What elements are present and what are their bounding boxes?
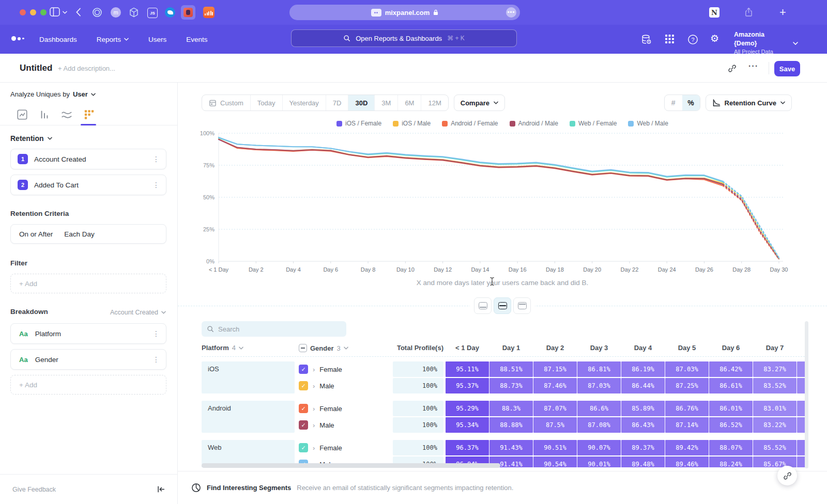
- expand-row-chevron-icon[interactable]: ›: [313, 366, 315, 373]
- step-event-name[interactable]: Account Created: [34, 155, 86, 163]
- table-search-input[interactable]: Search: [202, 321, 346, 337]
- extension-password-manager-icon[interactable]: [181, 5, 195, 20]
- retention-value-cell[interactable]: 86.52%: [709, 417, 753, 433]
- retention-value-cell[interactable]: 85.52%: [753, 440, 797, 455]
- split-view-button[interactable]: [494, 297, 511, 314]
- project-switcher[interactable]: Amazonia {Demo} All Project Data: [734, 30, 788, 55]
- retention-value-cell[interactable]: 86.81%: [577, 361, 621, 377]
- legend-item-ios-male[interactable]: iOS / Male: [393, 120, 431, 127]
- series-checkbox[interactable]: ✓: [299, 443, 308, 452]
- legend-item-web-male[interactable]: Web / Male: [628, 120, 668, 127]
- day-column-header[interactable]: Day 5: [665, 344, 709, 352]
- retention-value-cell[interactable]: 86.43%: [621, 417, 665, 433]
- retention-value-cell[interactable]: 88.88%: [489, 417, 533, 433]
- address-more-icon[interactable]: •••: [506, 7, 516, 18]
- expand-row-chevron-icon[interactable]: ›: [313, 382, 315, 390]
- mixpanel-logo[interactable]: [11, 36, 24, 41]
- expand-row-chevron-icon[interactable]: ›: [313, 444, 315, 452]
- share-icon[interactable]: [744, 7, 753, 17]
- nav-item-users[interactable]: Users: [148, 36, 166, 43]
- retention-value-cell[interactable]: 86.76%: [665, 401, 709, 416]
- criteria-period-dropdown[interactable]: Each Day: [64, 230, 95, 238]
- extension-target-icon[interactable]: [92, 7, 102, 18]
- retention-value-cell[interactable]: 95.34%: [446, 417, 489, 433]
- retention-value-cell[interactable]: 89.46%: [665, 456, 709, 467]
- add-description-button[interactable]: + Add description...: [58, 65, 115, 72]
- apps-grid-icon[interactable]: [665, 34, 675, 46]
- retention-value-cell[interactable]: 83.27%: [753, 361, 797, 377]
- add-filter-button[interactable]: + Add: [10, 274, 166, 293]
- retention-value-cell[interactable]: 88.51%: [489, 361, 533, 377]
- retention-value-cell[interactable]: 86.61%: [709, 378, 753, 393]
- tab-funnels[interactable]: [38, 108, 51, 121]
- collapse-sidebar-icon[interactable]: [157, 486, 165, 493]
- retention-value-cell[interactable]: 87.08%: [577, 417, 621, 433]
- address-bar[interactable]: mixpanel.com •••: [289, 5, 520, 20]
- retention-step-2[interactable]: 2 Added To Cart ⋮: [10, 175, 166, 195]
- window-close-button[interactable]: [20, 9, 26, 15]
- horizontal-scrollbar[interactable]: [202, 463, 500, 468]
- sidebar-toggle-icon[interactable]: [50, 7, 60, 17]
- day-column-header[interactable]: Day 2: [533, 344, 577, 352]
- retention-value-cell[interactable]: 89.42%: [665, 440, 709, 455]
- retention-value-cell[interactable]: 85.89%: [621, 401, 665, 416]
- platform-cell[interactable]: iOS: [202, 361, 295, 393]
- step-event-name[interactable]: Added To Cart: [34, 181, 79, 189]
- nav-item-reports[interactable]: Reports: [97, 36, 129, 43]
- breakdown-property-name[interactable]: Gender: [35, 356, 58, 364]
- retention-value-cell[interactable]: 95.29%: [446, 401, 489, 416]
- retention-line-web-male[interactable]: [219, 137, 723, 181]
- day-column-header[interactable]: Day 1: [489, 344, 533, 352]
- platform-column-header[interactable]: Platform4: [202, 344, 243, 352]
- series-checkbox[interactable]: ✓: [299, 381, 308, 390]
- day-column-header[interactable]: Day 7: [753, 344, 797, 352]
- breakdown-platform[interactable]: Aa Platform ⋮: [10, 323, 166, 344]
- retention-value-cell[interactable]: 88.24%: [709, 456, 753, 467]
- retention-value-cell[interactable]: 95.37%: [446, 378, 489, 393]
- retention-value-cell[interactable]: 89.37%: [621, 440, 665, 455]
- range-custom[interactable]: Custom: [202, 95, 250, 111]
- breakdown-scope-dropdown[interactable]: Account Created: [110, 309, 166, 316]
- retention-value-cell[interactable]: 83.22%: [753, 417, 797, 433]
- series-checkbox[interactable]: ✓: [299, 404, 308, 413]
- legend-item-web-female[interactable]: Web / Female: [570, 120, 617, 127]
- retention-value-cell[interactable]: 90.51%: [533, 440, 577, 455]
- compare-button[interactable]: Compare: [454, 94, 505, 111]
- legend-item-android-male[interactable]: Android / Male: [510, 120, 558, 127]
- retention-value-cell[interactable]: 95.11%: [446, 361, 489, 377]
- save-button[interactable]: Save: [774, 61, 800, 76]
- vertical-scrollbar[interactable]: [805, 321, 808, 468]
- retention-value-cell[interactable]: 89.48%: [621, 456, 665, 467]
- indeterminate-checkbox[interactable]: [299, 344, 307, 352]
- expand-row-chevron-icon[interactable]: ›: [313, 421, 315, 429]
- tab-insights[interactable]: [16, 108, 28, 121]
- project-chevron-icon[interactable]: [793, 38, 798, 47]
- data-management-icon[interactable]: [641, 34, 652, 47]
- nav-item-dashboards[interactable]: Dashboards: [39, 36, 77, 43]
- retention-value-cell[interactable]: 90.01%: [577, 456, 621, 467]
- retention-value-cell[interactable]: 88.3%: [489, 401, 533, 416]
- back-button-icon[interactable]: [76, 8, 81, 17]
- retention-value-cell[interactable]: 83.01%: [753, 401, 797, 416]
- retention-value-cell[interactable]: 87.15%: [533, 361, 577, 377]
- retention-value-cell[interactable]: 86.44%: [621, 378, 665, 393]
- range-12m[interactable]: 12M: [421, 95, 448, 111]
- extension-js-icon[interactable]: JS: [147, 8, 158, 18]
- retention-section-header[interactable]: Retention: [10, 134, 52, 143]
- platform-cell[interactable]: Android: [202, 401, 295, 433]
- range-6m[interactable]: 6M: [397, 95, 421, 111]
- copy-link-icon[interactable]: [728, 64, 737, 75]
- report-title[interactable]: Untitled: [20, 63, 52, 73]
- tab-retention[interactable]: [83, 108, 95, 121]
- retention-value-cell[interactable]: 83.52%: [753, 378, 797, 393]
- window-minimize-button[interactable]: [30, 9, 36, 15]
- series-checkbox[interactable]: ✓: [299, 365, 308, 374]
- retention-value-cell[interactable]: 96.37%: [446, 440, 489, 455]
- retention-value-cell[interactable]: 90.54%: [533, 456, 577, 467]
- extension-avatar-icon[interactable]: m: [111, 7, 121, 18]
- day-column-header[interactable]: Day 4: [621, 344, 665, 352]
- extension-cube-icon[interactable]: [129, 7, 139, 18]
- criteria-operator-dropdown[interactable]: On or After: [19, 230, 53, 238]
- total-profiles-column-header[interactable]: Total Profile(s): [393, 344, 443, 352]
- extension-bird-icon[interactable]: [165, 7, 175, 18]
